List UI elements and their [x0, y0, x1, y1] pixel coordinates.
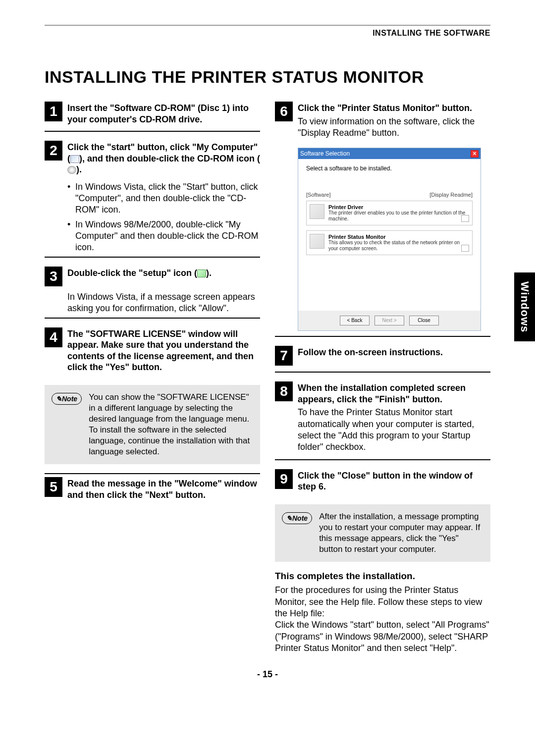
- step-title-5: Read the message in the "Welcome" window…: [67, 477, 260, 500]
- page-number: - 15 -: [45, 669, 490, 680]
- step-title-3: Double-click the "setup" icon ().: [67, 267, 212, 279]
- next-button[interactable]: Next >: [374, 316, 404, 325]
- step-title-1: Insert the "Software CD-ROM" (Disc 1) in…: [67, 102, 260, 125]
- back-button[interactable]: < Back: [340, 316, 370, 325]
- step-number-6: 6: [275, 102, 293, 121]
- printer-status-monitor-button[interactable]: Printer Status Monitor This allows you t…: [306, 230, 473, 255]
- step-title-3a: Double-click the "setup" icon (: [67, 268, 197, 278]
- dialog-title: Software Selection: [300, 150, 350, 157]
- printer-status-monitor-icon: [310, 234, 324, 249]
- step-number-5: 5: [45, 477, 62, 497]
- step-title-2b: ), and then double-click the CD-ROM icon…: [79, 154, 260, 163]
- step-title-6: Click the "Printer Status Monitor" butto…: [298, 102, 490, 114]
- step-7: 7 Follow the on-screen instructions.: [275, 346, 490, 373]
- step-number-2: 2: [45, 141, 62, 161]
- note-badge: ✎Note: [52, 393, 82, 405]
- step-2-bullet-1: In Windows Vista, click the "Start" butt…: [67, 181, 260, 216]
- printer-status-monitor-desc: This allows you to check the status of t…: [328, 240, 469, 252]
- step-divider: [45, 318, 260, 319]
- step-divider: [45, 473, 260, 474]
- software-selection-dialog: Software Selection × Select a software t…: [298, 148, 481, 331]
- side-tab-windows: Windows: [514, 272, 535, 341]
- close-icon[interactable]: ×: [471, 150, 479, 158]
- note-text-1: You can show the "SOFTWARE LICENSE" in a…: [89, 392, 253, 458]
- step-divider: [275, 459, 490, 460]
- step-title-8: When the installation completed screen a…: [298, 381, 490, 405]
- step-number-7: 7: [275, 346, 293, 366]
- cdrom-icon: [67, 166, 76, 174]
- dialog-titlebar: Software Selection ×: [298, 148, 481, 159]
- step-body-2: In Windows Vista, click the "Start" butt…: [67, 181, 260, 254]
- step-body-6: To view information on the software, cli…: [298, 116, 490, 139]
- note-text-2: After the installation, a message prompt…: [319, 511, 483, 555]
- setup-icon: [197, 270, 206, 277]
- step-divider: [275, 372, 490, 373]
- note-box-2: ✎Note After the installation, a message …: [275, 504, 490, 562]
- column-readme-label: [Display Readme]: [429, 192, 473, 198]
- section-header: INSTALLING THE SOFTWARE: [45, 29, 490, 38]
- step-title-9: Click the "Close" button in the window o…: [298, 469, 490, 492]
- note-badge: ✎Note: [282, 512, 312, 524]
- step-body-8: To have the Printer Status Monitor start…: [298, 407, 490, 453]
- readme-icon[interactable]: [461, 245, 469, 252]
- step-2: 2 Click the "start" button, click "My Co…: [45, 141, 260, 258]
- step-5: 5 Read the message in the "Welcome" wind…: [45, 473, 260, 503]
- step-divider: [45, 257, 260, 258]
- step-body-3: In Windows Vista, if a message screen ap…: [67, 291, 260, 315]
- step-title-4: The "SOFTWARE LICENSE" window will appea…: [67, 327, 260, 373]
- left-column: 1 Insert the "Software CD-ROM" (Disc 1) …: [45, 102, 260, 654]
- step-number-8: 8: [275, 381, 293, 401]
- step-title-3b: ).: [206, 268, 212, 278]
- step-title-7: Follow the on-screen instructions.: [298, 346, 443, 358]
- column-software-label: [Software]: [306, 192, 331, 198]
- note-box-1: ✎Note You can show the "SOFTWARE LICENSE…: [45, 385, 260, 465]
- completion-text-2: Click the Windows "start" button, select…: [275, 619, 490, 654]
- readme-icon[interactable]: [461, 215, 469, 222]
- step-divider: [275, 336, 490, 337]
- step-divider: [45, 131, 260, 132]
- step-title-2: Click the "start" button, click "My Comp…: [67, 141, 260, 175]
- close-button[interactable]: Close: [409, 316, 439, 325]
- printer-driver-title: Printer Driver: [328, 204, 469, 210]
- printer-driver-icon: [310, 204, 324, 219]
- step-4: 4 The "SOFTWARE LICENSE" window will app…: [45, 327, 260, 376]
- step-number-3: 3: [45, 267, 62, 286]
- step-6: 6 Click the "Printer Status Monitor" but…: [275, 102, 490, 337]
- step-2-bullet-2: In Windows 98/Me/2000, double-click "My …: [67, 219, 260, 254]
- step-number-1: 1: [45, 102, 62, 121]
- step-number-4: 4: [45, 327, 62, 347]
- step-8: 8 When the installation completed screen…: [275, 381, 490, 460]
- step-9: 9 Click the "Close" button in the window…: [275, 469, 490, 495]
- top-divider: [45, 25, 490, 26]
- dialog-instruction: Select a software to be installed.: [306, 165, 473, 172]
- completion-text-1: For the procedures for using the Printer…: [275, 585, 490, 619]
- page-title: INSTALLING THE PRINTER STATUS MONITOR: [45, 67, 490, 87]
- right-column: 6 Click the "Printer Status Monitor" but…: [275, 102, 490, 654]
- step-3: 3 Double-click the "setup" icon (). In W…: [45, 267, 260, 319]
- printer-driver-desc: The printer driver enables you to use th…: [328, 210, 469, 222]
- printer-driver-button[interactable]: Printer Driver The printer driver enable…: [306, 201, 473, 225]
- printer-status-monitor-title: Printer Status Monitor: [328, 234, 469, 240]
- step-title-2c: ).: [76, 164, 82, 174]
- step-number-9: 9: [275, 469, 293, 489]
- step-1: 1 Insert the "Software CD-ROM" (Disc 1) …: [45, 102, 260, 132]
- completion-heading: This completes the installation.: [275, 571, 490, 582]
- my-computer-icon: [70, 155, 79, 163]
